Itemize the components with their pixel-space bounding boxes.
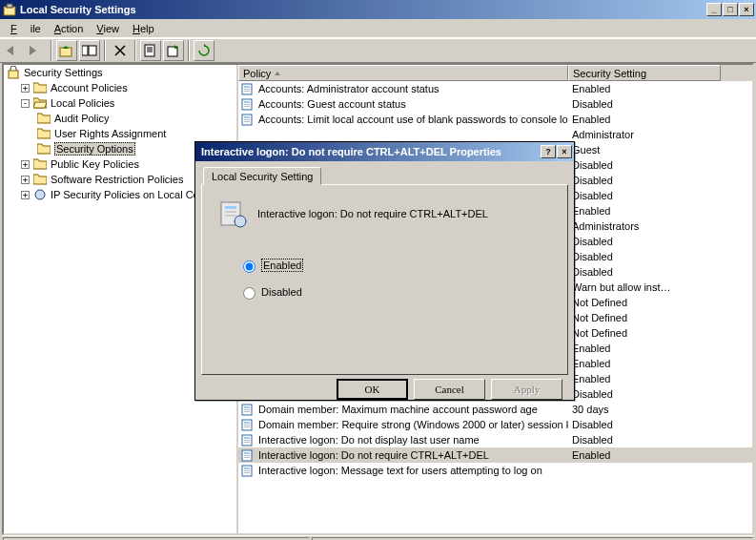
expand-icon[interactable]: + xyxy=(21,176,30,184)
export-button[interactable] xyxy=(163,40,184,61)
list-row[interactable]: Domain member: Require strong (Windows 2… xyxy=(238,417,752,432)
policy-icon xyxy=(240,432,255,447)
list-row[interactable]: Accounts: Administrator account statusEn… xyxy=(238,81,752,96)
svg-point-8 xyxy=(35,190,45,199)
setting-text: Not Defined xyxy=(568,297,721,308)
list-row[interactable]: Interactive logon: Do not require CTRL+A… xyxy=(238,447,752,463)
svg-rect-34 xyxy=(244,422,250,424)
list-row[interactable]: Accounts: Limit local account use of bla… xyxy=(238,112,752,127)
refresh-button[interactable] xyxy=(194,40,215,61)
setting-text: Disabled xyxy=(568,236,721,247)
tree-audit-policy[interactable]: Audit Policy xyxy=(4,111,236,126)
setting-text: Enabled xyxy=(568,343,721,354)
maximize-button[interactable]: □ xyxy=(723,3,738,16)
svg-rect-20 xyxy=(244,121,250,122)
setting-text: Disabled xyxy=(568,434,721,446)
radio-enabled[interactable]: Enabled xyxy=(238,258,558,273)
svg-rect-16 xyxy=(244,106,250,107)
policy-icon xyxy=(32,187,48,202)
tab-page: Interactive logon: Do not require CTRL+A… xyxy=(201,184,568,375)
folder-icon xyxy=(32,80,48,95)
setting-text: Enabled xyxy=(568,205,721,217)
status-bar xyxy=(2,535,754,540)
help-button[interactable]: ? xyxy=(541,145,556,158)
show-hide-tree-button[interactable] xyxy=(79,40,100,61)
back-button[interactable] xyxy=(3,40,24,61)
svg-rect-1 xyxy=(7,4,12,8)
list-row[interactable]: Administrator xyxy=(238,127,752,142)
radio-disabled-input[interactable] xyxy=(243,287,255,300)
dialog-titlebar[interactable]: Interactive logon: Do not require CTRL+A… xyxy=(195,142,574,161)
svg-rect-7 xyxy=(9,71,18,78)
menu-action[interactable]: Action xyxy=(48,21,91,36)
policy-icon xyxy=(240,112,255,127)
tree-local-policies[interactable]: - Local Policies xyxy=(4,95,236,111)
toolbar-divider xyxy=(134,40,136,61)
svg-rect-52 xyxy=(225,215,236,217)
column-policy[interactable]: Policy xyxy=(238,65,568,81)
up-button[interactable] xyxy=(56,40,77,61)
list-row[interactable]: Interactive logon: Message text for user… xyxy=(238,463,752,478)
policy-icon xyxy=(240,96,255,112)
svg-rect-39 xyxy=(244,440,250,441)
forward-button[interactable] xyxy=(26,40,47,61)
policy-icon xyxy=(240,81,255,96)
setting-text: Disabled xyxy=(568,159,721,171)
svg-rect-35 xyxy=(244,425,250,426)
tab-local-security-setting[interactable]: Local Security Setting xyxy=(203,167,321,185)
expand-icon[interactable]: + xyxy=(21,160,30,169)
svg-rect-36 xyxy=(244,426,250,427)
folder-icon xyxy=(32,156,48,172)
svg-rect-42 xyxy=(244,452,250,454)
menu-help[interactable]: Help xyxy=(126,21,161,36)
dialog-close-button[interactable]: × xyxy=(557,145,572,158)
dialog-title: Interactive logon: Do not require CTRL+A… xyxy=(197,146,541,157)
folder-icon xyxy=(32,172,48,187)
window-titlebar: Local Security Settings _ □ × xyxy=(0,0,756,19)
cancel-button[interactable]: Cancel xyxy=(414,379,485,400)
svg-rect-50 xyxy=(225,206,236,209)
svg-rect-31 xyxy=(244,409,250,410)
policy-text: Interactive logon: Do not display last u… xyxy=(258,434,480,446)
svg-rect-44 xyxy=(244,457,250,458)
setting-text: Disabled xyxy=(568,419,721,430)
svg-rect-18 xyxy=(244,116,250,118)
collapse-icon[interactable]: - xyxy=(21,99,30,108)
setting-text: Enabled xyxy=(568,449,721,461)
ok-button[interactable]: OK xyxy=(337,379,408,400)
radio-disabled[interactable]: Disabled xyxy=(238,284,558,300)
minimize-button[interactable]: _ xyxy=(706,3,722,16)
folder-icon xyxy=(36,126,51,141)
svg-rect-2 xyxy=(60,48,72,56)
svg-rect-47 xyxy=(244,470,250,471)
svg-rect-38 xyxy=(244,437,250,439)
svg-rect-12 xyxy=(244,91,250,92)
toolbar xyxy=(0,38,756,63)
close-button[interactable]: × xyxy=(739,3,754,16)
menu-view[interactable]: View xyxy=(90,21,126,36)
list-row[interactable]: Accounts: Guest account statusDisabled xyxy=(238,96,752,112)
delete-button[interactable] xyxy=(110,40,131,61)
tree-account-policies[interactable]: + Account Policies xyxy=(4,80,236,95)
expand-icon[interactable]: + xyxy=(21,84,30,93)
setting-text: Enabled xyxy=(568,373,721,384)
setting-text: Warn but allow inst… xyxy=(568,281,721,293)
tree-user-rights[interactable]: User Rights Assignment xyxy=(4,126,236,141)
tree-root[interactable]: Security Settings xyxy=(4,65,236,80)
expand-icon[interactable]: + xyxy=(21,191,30,199)
list-header: Policy Security Setting xyxy=(238,65,752,81)
svg-rect-51 xyxy=(225,211,236,213)
list-row[interactable]: Interactive logon: Do not display last u… xyxy=(238,432,752,447)
svg-rect-40 xyxy=(244,442,250,443)
svg-rect-5 xyxy=(145,45,154,56)
radio-enabled-input[interactable] xyxy=(243,260,255,273)
window-title: Local Security Settings xyxy=(20,4,706,15)
column-setting[interactable]: Security Setting xyxy=(568,65,721,81)
policy-text: Accounts: Guest account status xyxy=(258,98,406,110)
svg-rect-10 xyxy=(244,86,250,88)
setting-text: Guest xyxy=(568,144,721,156)
properties-button[interactable] xyxy=(140,40,161,61)
setting-text: 30 days xyxy=(568,404,721,415)
svg-rect-43 xyxy=(244,455,250,456)
menu-file[interactable]: File xyxy=(4,21,48,36)
